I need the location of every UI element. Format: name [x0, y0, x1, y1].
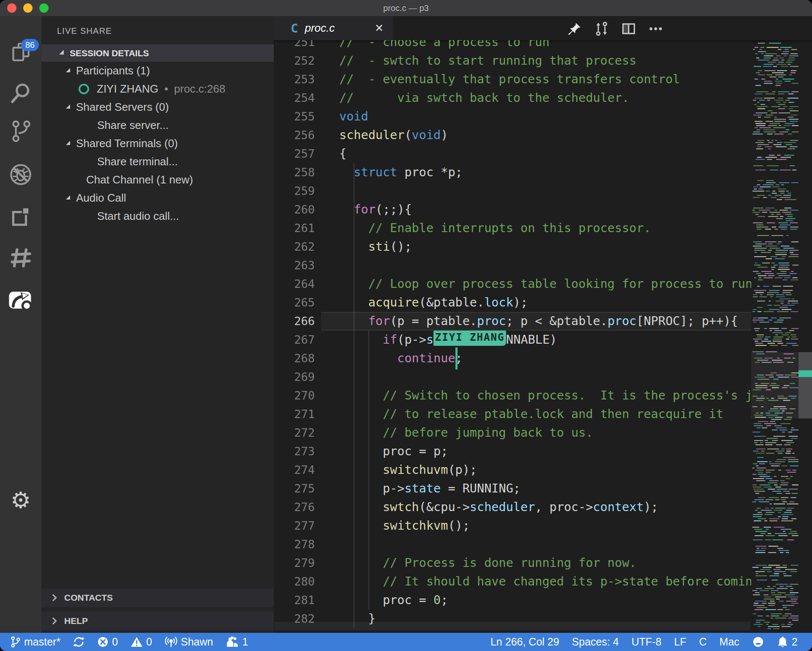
source-control-icon[interactable]	[0, 114, 41, 148]
code-line[interactable]: 280 // It should have changed its p->sta…	[274, 572, 812, 591]
line-number: 266	[274, 312, 315, 331]
help-section-header[interactable]: HELP	[41, 612, 274, 630]
status-ln-266-col-29[interactable]: Ln 266, Col 29	[490, 636, 559, 648]
code-line[interactable]: 253// - eventually that process transfer…	[274, 70, 812, 89]
sidebar-action-share-server[interactable]: Share server...	[41, 116, 274, 134]
code-line[interactable]: 257{	[274, 145, 812, 163]
chevron-right-icon	[50, 618, 57, 625]
horizontal-scrollbar[interactable]	[275, 622, 750, 630]
code-editor[interactable]: 251// - choose a process to run252// - s…	[274, 40, 812, 633]
status-bar: master*00Shawn1 Ln 266, Col 29Spaces: 4U…	[0, 633, 812, 651]
status-lf[interactable]: LF	[674, 636, 687, 648]
code-line[interactable]: 260 for(;;){	[274, 200, 812, 219]
sidebar-item-chat-channel-1-new[interactable]: Chat Channel (1 new)	[41, 171, 274, 189]
search-icon[interactable]	[0, 76, 41, 110]
extensions-icon[interactable]	[0, 200, 41, 234]
contacts-section-header[interactable]: CONTACTS	[41, 588, 274, 607]
code-line[interactable]: 281 proc = 0;	[274, 591, 812, 610]
participant-overview-marker	[798, 370, 812, 377]
code-line[interactable]: 276 swtch(&cpu->scheduler, proc->context…	[274, 498, 812, 517]
sidebar-item-shared-servers-0[interactable]: Shared Servers (0)	[41, 98, 274, 116]
code-line[interactable]: 261 // Enable interrupts on this process…	[274, 219, 812, 238]
open-changes-icon[interactable]	[591, 19, 613, 38]
status-branch[interactable]: master*	[10, 636, 60, 648]
code-line[interactable]: 256scheduler(void)	[274, 126, 812, 145]
vertical-scrollbar[interactable]	[798, 352, 812, 418]
pin-editor-icon[interactable]	[564, 19, 586, 38]
participant-name-flag: ZIYI ZHANG	[433, 331, 506, 346]
line-number: 279	[274, 554, 315, 572]
code-line[interactable]: 266 for(p = ptable.proc; p < &ptable.pro…	[274, 312, 812, 331]
status-warning[interactable]: 0	[131, 636, 152, 648]
code-line[interactable]: 271 // to release ptable.lock and then r…	[274, 405, 812, 424]
separator-dot: •	[164, 82, 168, 96]
code-line[interactable]: 262 sti();	[274, 238, 812, 256]
status-sync-icon[interactable]	[73, 636, 84, 648]
code-line[interactable]: 279 // Process is done running for now.	[274, 554, 812, 572]
live-share-icon[interactable]	[0, 283, 41, 317]
code-line[interactable]: 267 if(p->sZIYI ZHANGNNABLE)	[274, 331, 812, 349]
code-line[interactable]: 268 continue;	[274, 349, 812, 368]
settings-gear-icon[interactable]: ⚙	[0, 481, 41, 519]
code-line[interactable]: 263	[274, 256, 812, 275]
tab-close-icon[interactable]: ✕	[375, 22, 384, 34]
people-icon	[226, 636, 239, 648]
sidebar-item-shared-terminals-0[interactable]: Shared Terminals (0)	[41, 134, 274, 153]
code-text: // to release ptable.lock and then reacq…	[339, 405, 751, 424]
code-line[interactable]: 273 proc = p;	[274, 442, 812, 461]
status-smiley-icon[interactable]	[752, 636, 764, 648]
code-line[interactable]: 258 struct proc *p;	[274, 163, 812, 182]
line-number: 262	[274, 238, 315, 256]
item-label: Chat Channel (1 new)	[86, 173, 193, 186]
slack-hash-icon[interactable]	[0, 241, 41, 275]
line-number: 259	[274, 182, 315, 200]
line-number: 275	[274, 479, 315, 498]
participant-row[interactable]: ZIYI ZHANG•proc.c:268	[41, 80, 274, 98]
session-details-header[interactable]: SESSION DETAILS	[41, 44, 274, 62]
tab-proc-c[interactable]: C proc.c ✕	[274, 16, 393, 40]
code-line[interactable]: 275 p->state = RUNNING;	[274, 479, 812, 498]
code-line[interactable]: 269	[274, 368, 812, 386]
minimap[interactable]	[751, 40, 798, 633]
code-text: // Enable interrupts on this processor.	[339, 219, 751, 238]
code-line[interactable]: 278	[274, 535, 812, 554]
more-actions-icon[interactable]	[645, 19, 667, 38]
status-spaces-4[interactable]: Spaces: 4	[572, 636, 619, 648]
status-label: Mac	[719, 636, 739, 648]
item-label: Participants (1)	[76, 64, 150, 77]
status-broadcast[interactable]: Shawn	[165, 636, 213, 648]
sidebar-action-share-terminal[interactable]: Share terminal...	[41, 153, 274, 171]
code-line[interactable]: 274 switchuvm(p);	[274, 461, 812, 479]
status-label: master*	[24, 636, 60, 648]
code-text: void	[339, 107, 751, 126]
debug-disabled-icon[interactable]	[0, 158, 41, 191]
split-editor-icon[interactable]	[618, 19, 640, 38]
code-line[interactable]: 270 // Switch to chosen process. It is t…	[274, 386, 812, 405]
code-line[interactable]: 265 acquire(&ptable.lock);	[274, 293, 812, 312]
sidebar-item-participants-1[interactable]: Participants (1)	[41, 62, 274, 80]
line-number: 276	[274, 498, 315, 517]
line-number: 272	[274, 424, 315, 442]
sidebar-item-audio-call[interactable]: Audio Call	[41, 189, 274, 207]
line-number: 278	[274, 535, 315, 554]
code-text: // It should have changed its p->state b…	[339, 572, 751, 591]
status-people[interactable]: 1	[226, 636, 248, 648]
code-line[interactable]: 259	[274, 182, 812, 200]
code-line[interactable]: 255void	[274, 107, 812, 126]
code-line[interactable]: 272 // before jumping back to us.	[274, 424, 812, 442]
code-line[interactable]: 251// - choose a process to run	[274, 40, 812, 52]
error-icon	[97, 636, 109, 648]
code-line[interactable]: 277 switchkvm();	[274, 517, 812, 535]
sidebar-action-start-audio-call[interactable]: Start audio call...	[41, 207, 274, 225]
status-utf-8[interactable]: UTF-8	[632, 636, 662, 648]
code-line[interactable]: 264 // Loop over process table looking f…	[274, 275, 812, 293]
participant-location: proc.c:268	[174, 82, 225, 96]
session-details-label: SESSION DETAILS	[70, 48, 149, 58]
status-bell[interactable]: 2	[777, 636, 798, 648]
code-line[interactable]: 254// via swtch back to the scheduler.	[274, 89, 812, 107]
code-text: // - choose a process to run	[339, 40, 751, 52]
status-error[interactable]: 0	[97, 636, 118, 648]
status-c[interactable]: C	[699, 636, 707, 648]
status-mac[interactable]: Mac	[719, 636, 739, 648]
code-line[interactable]: 252// - swtch to start running that proc…	[274, 52, 812, 70]
